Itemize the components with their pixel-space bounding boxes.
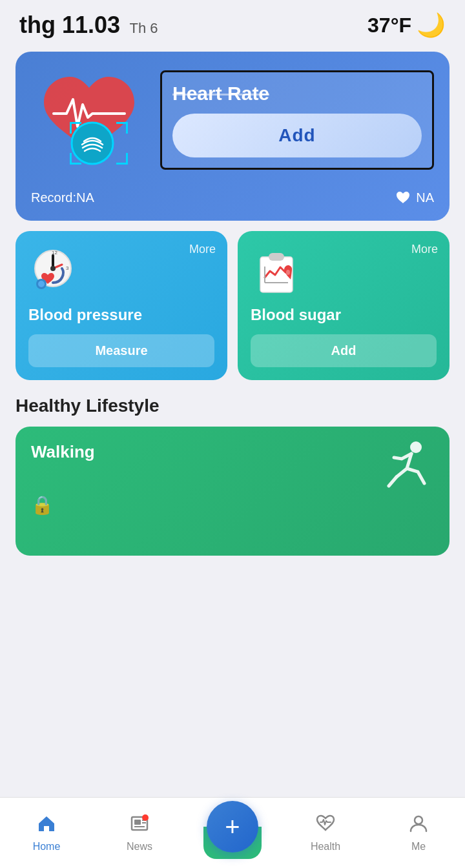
nav-item-news[interactable]: News <box>93 813 186 853</box>
heart-rate-card: Heart Rate Add Record:NA NA <box>16 52 450 221</box>
lock-icon: 🔒 <box>31 495 54 515</box>
running-person-icon <box>382 439 434 498</box>
blood-sugar-more[interactable]: More <box>411 243 438 256</box>
nav-item-me[interactable]: Me <box>372 813 465 853</box>
heart-rate-bottom: Record:NA NA <box>31 183 434 205</box>
blood-pressure-card: More 12 3 Blood pressure Measure <box>16 231 227 380</box>
svg-rect-6 <box>70 153 72 165</box>
svg-rect-8 <box>126 153 128 165</box>
blood-pressure-name: Blood pressure <box>28 306 214 324</box>
blood-pressure-more[interactable]: More <box>189 243 216 256</box>
nav-label-news: News <box>127 841 152 853</box>
blood-pressure-icon: 12 3 <box>28 244 80 296</box>
svg-point-20 <box>410 441 422 453</box>
blood-sugar-name: Blood sugar <box>251 306 437 324</box>
runner-icon <box>382 439 434 508</box>
nav-item-fab: + <box>186 801 279 853</box>
svg-point-14 <box>38 281 45 287</box>
me-icon <box>408 813 429 838</box>
heart-rate-right: Heart Rate Add <box>160 67 434 170</box>
home-icon <box>36 813 57 838</box>
svg-rect-2 <box>70 122 72 134</box>
svg-rect-16 <box>269 253 284 261</box>
svg-point-19 <box>286 270 290 275</box>
blood-sugar-card: More Blood sugar Add <box>238 231 450 380</box>
two-col-metrics: More 12 3 Blood pressure Measure <box>16 231 450 380</box>
blood-sugar-button[interactable]: Add <box>251 334 437 367</box>
svg-rect-4 <box>126 122 128 134</box>
blood-sugar-icon <box>251 244 302 296</box>
heart-icon <box>395 190 411 205</box>
blood-pressure-button[interactable]: Measure <box>28 334 214 367</box>
heart-illustration <box>31 67 147 170</box>
heart-rate-title-box: Heart Rate Add <box>160 70 434 170</box>
nav-label-health: Health <box>311 841 340 853</box>
status-weather: 37°F 🌙 <box>367 12 446 39</box>
nav-label-home: Home <box>33 841 61 853</box>
status-bar: thg 11.03 Th 6 37°F 🌙 <box>0 0 465 45</box>
nav-item-health[interactable]: Health <box>279 813 372 853</box>
svg-point-26 <box>415 816 422 824</box>
fab-add-button[interactable]: + <box>207 801 258 853</box>
svg-text:12: 12 <box>52 250 57 256</box>
record-label: Record:NA <box>31 190 94 205</box>
heart-rate-value: NA <box>416 190 434 205</box>
nav-label-me: Me <box>411 841 426 853</box>
heart-na: NA <box>395 190 434 205</box>
svg-text:3: 3 <box>66 265 69 271</box>
walking-title: Walking <box>31 442 434 462</box>
main-content: Heart Rate Add Record:NA NA More <box>0 45 465 633</box>
news-notification-dot <box>142 814 149 821</box>
svg-rect-22 <box>134 820 141 825</box>
health-icon <box>315 813 336 838</box>
svg-point-10 <box>50 266 56 271</box>
add-heart-rate-button[interactable]: Add <box>172 114 422 157</box>
moon-icon: 🌙 <box>417 12 446 39</box>
status-date: thg 11.03 <box>19 12 120 38</box>
bottom-nav: Home News + <box>0 797 465 868</box>
walking-card: Walking 🔒 <box>16 427 450 556</box>
temperature-text: 37°F <box>367 14 411 37</box>
fab-plus-icon: + <box>225 814 240 840</box>
status-day: Th 6 <box>130 20 158 36</box>
nav-item-home[interactable]: Home <box>0 813 93 853</box>
svg-point-0 <box>72 123 113 164</box>
healthy-lifestyle-title: Healthy Lifestyle <box>16 396 450 416</box>
heart-rate-title: Heart Rate <box>172 83 422 105</box>
news-icon <box>129 813 150 838</box>
